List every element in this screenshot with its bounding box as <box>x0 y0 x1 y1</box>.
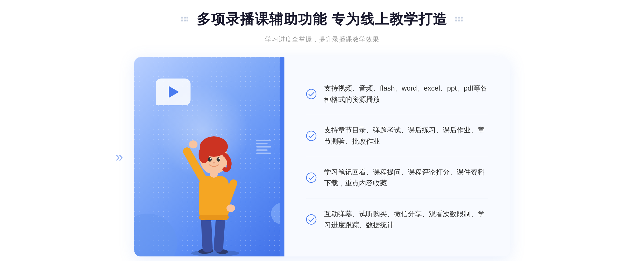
right-dots-icon <box>455 17 463 22</box>
blue-sidebar-bar <box>280 57 284 256</box>
illustration-panel <box>134 57 284 256</box>
page-subtitle: 学习进度全掌握，提升录播课教学效果 <box>265 35 379 44</box>
feature-item-1: 支持视频、音频、flash、word、excel、ppt、pdf等各种格式的资源… <box>306 73 488 115</box>
svg-point-27 <box>208 157 212 162</box>
person-illustration <box>175 120 261 256</box>
svg-rect-2 <box>186 17 188 18</box>
svg-point-30 <box>219 158 220 159</box>
svg-rect-4 <box>184 20 186 21</box>
svg-rect-15 <box>201 216 213 253</box>
svg-point-31 <box>213 162 215 163</box>
page-title: 多项录播课辅助功能 专为线上教学打造 <box>197 10 447 29</box>
svg-point-32 <box>306 89 316 99</box>
feature-text-2: 支持章节目录、弹题考试、课后练习、课后作业、章节测验、批改作业 <box>324 125 488 147</box>
svg-rect-0 <box>181 17 183 18</box>
main-content-card: 支持视频、音频、flash、word、excel、ppt、pdf等各种格式的资源… <box>134 57 510 256</box>
check-circle-icon-1 <box>306 89 317 99</box>
svg-rect-16 <box>214 217 225 253</box>
check-circle-icon-3 <box>306 172 317 183</box>
svg-point-33 <box>306 131 316 141</box>
page-container: 多项录播课辅助功能 专为线上教学打造 学习进度全掌握，提升录播课教学效果 » <box>0 0 644 261</box>
svg-rect-8 <box>461 17 463 18</box>
feature-item-2: 支持章节目录、弹题考试、课后练习、课后作业、章节测验、批改作业 <box>306 115 488 157</box>
svg-rect-5 <box>186 20 188 21</box>
svg-rect-9 <box>455 20 457 21</box>
svg-rect-7 <box>458 17 460 18</box>
feature-text-3: 学习笔记回看、课程提问、课程评论打分、课件资料下载，重点内容收藏 <box>324 167 488 189</box>
main-card-wrapper: » <box>134 57 510 256</box>
svg-rect-10 <box>458 20 460 21</box>
check-circle-icon-2 <box>306 130 317 141</box>
svg-point-28 <box>217 157 220 162</box>
svg-rect-18 <box>199 215 229 220</box>
right-title-decorator <box>455 17 463 22</box>
left-dots-icon <box>181 17 189 22</box>
feature-text-1: 支持视频、音频、flash、word、excel、ppt、pdf等各种格式的资源… <box>324 83 488 105</box>
features-panel: 支持视频、音频、flash、word、excel、ppt、pdf等各种格式的资源… <box>284 57 510 256</box>
svg-rect-11 <box>461 20 463 21</box>
svg-point-26 <box>199 146 209 163</box>
left-title-decorator <box>181 17 189 22</box>
left-chevron-icon: » <box>115 149 123 165</box>
svg-point-35 <box>306 215 316 224</box>
svg-point-22 <box>189 140 197 148</box>
svg-rect-3 <box>181 20 183 21</box>
check-circle-icon-4 <box>306 214 317 225</box>
svg-point-34 <box>306 173 316 182</box>
feature-item-3: 学习笔记回看、课程提问、课程评论打分、课件资料下载，重点内容收藏 <box>306 157 488 199</box>
feature-item-4: 互动弹幕、试听购买、微信分享、观看次数限制、学习进度跟踪、数据统计 <box>306 199 488 240</box>
svg-rect-1 <box>184 17 186 18</box>
svg-point-29 <box>210 158 211 159</box>
svg-point-21 <box>226 204 235 212</box>
feature-text-4: 互动弹幕、试听购买、微信分享、观看次数限制、学习进度跟踪、数据统计 <box>324 208 488 231</box>
svg-rect-6 <box>455 17 457 18</box>
header-section: 多项录播课辅助功能 专为线上教学打造 <box>181 10 463 29</box>
